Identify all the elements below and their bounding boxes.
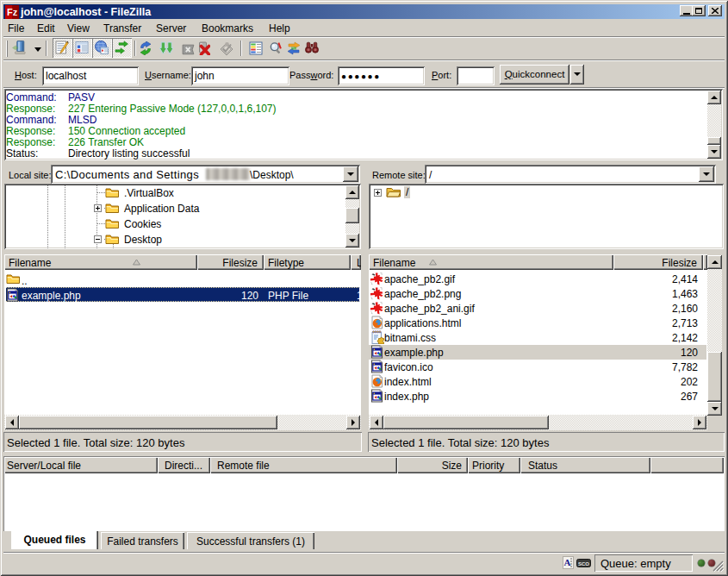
svg-text:Fz: Fz bbox=[7, 7, 18, 17]
svg-text:A: A bbox=[564, 557, 571, 567]
svg-text:SCO: SCO bbox=[578, 561, 589, 567]
